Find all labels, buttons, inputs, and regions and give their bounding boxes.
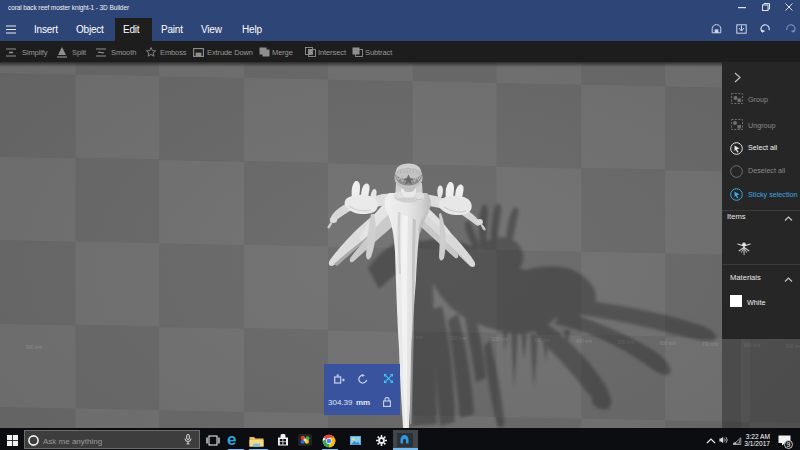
- svg-text:9: 9: [787, 441, 791, 448]
